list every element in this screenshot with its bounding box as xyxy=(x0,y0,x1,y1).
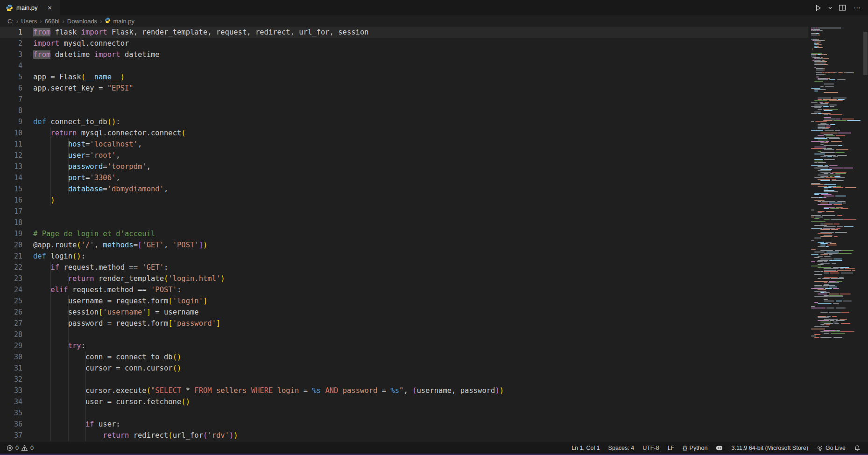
line-number[interactable]: 30 xyxy=(0,351,22,363)
code-editor[interactable]: 1from flask import Flask, render_templat… xyxy=(0,27,808,442)
code-line[interactable]: 10 return mysql.connector.connect( xyxy=(0,127,808,139)
line-number[interactable]: 3 xyxy=(0,49,22,60)
code-line[interactable]: 30 conn = connect_to_db() xyxy=(0,351,808,363)
minimap-line xyxy=(811,47,861,48)
line-number[interactable]: 7 xyxy=(0,94,22,105)
line-number[interactable]: 1 xyxy=(0,27,22,38)
line-number[interactable]: 4 xyxy=(0,60,22,71)
status-encoding[interactable]: UTF-8 xyxy=(640,443,662,453)
code-line[interactable]: 6app.secret_key = "EPSI" xyxy=(0,83,808,94)
code-line[interactable]: 4 xyxy=(0,60,808,71)
scrollbar[interactable] xyxy=(863,27,868,442)
code-line[interactable]: 32 xyxy=(0,374,808,385)
run-button[interactable] xyxy=(812,2,824,14)
code-line[interactable]: 35 xyxy=(0,407,808,419)
line-number[interactable]: 5 xyxy=(0,71,22,83)
line-number[interactable]: 37 xyxy=(0,430,22,441)
line-number[interactable]: 16 xyxy=(0,195,22,206)
line-number[interactable]: 24 xyxy=(0,284,22,295)
code-line[interactable]: 29 try: xyxy=(0,340,808,351)
status-cursor-position[interactable]: Ln 1, Col 1 xyxy=(569,443,602,453)
breadcrumb-item-c[interactable]: C: xyxy=(7,18,14,25)
code-line[interactable]: 23 return render_template('login.html') xyxy=(0,273,808,284)
line-number[interactable]: 9 xyxy=(0,116,22,127)
code-line[interactable]: 3from datetime import datetime xyxy=(0,49,808,60)
code-line[interactable]: 2import mysql.connector xyxy=(0,38,808,49)
line-number[interactable]: 17 xyxy=(0,206,22,217)
line-number[interactable]: 15 xyxy=(0,183,22,195)
status-python-version[interactable]: 3.11.9 64-bit (Microsoft Store) xyxy=(728,443,811,453)
line-number[interactable]: 20 xyxy=(0,239,22,251)
line-number[interactable]: 26 xyxy=(0,307,22,318)
code-line[interactable]: 20@app.route('/', methods=['GET', 'POST'… xyxy=(0,239,808,251)
line-number[interactable]: 11 xyxy=(0,139,22,150)
code-line[interactable]: 1from flask import Flask, render_templat… xyxy=(0,27,808,38)
status-copilot[interactable] xyxy=(713,443,726,453)
code-line[interactable]: 31 cursor = conn.cursor() xyxy=(0,363,808,374)
more-actions-icon[interactable]: ⋯ xyxy=(851,2,863,14)
code-line[interactable]: 7 xyxy=(0,94,808,105)
code-line[interactable]: 37 return redirect(url_for('rdv')) xyxy=(0,430,808,441)
scrollbar-thumb[interactable] xyxy=(863,32,868,75)
line-number[interactable]: 35 xyxy=(0,407,22,419)
code-line[interactable]: 27 password = request.form['password'] xyxy=(0,318,808,329)
status-indentation[interactable]: Spaces: 4 xyxy=(606,443,637,453)
code-line[interactable]: 8 xyxy=(0,105,808,116)
code-line[interactable]: 26 session['username'] = username xyxy=(0,307,808,318)
code-line[interactable]: 12 user='root', xyxy=(0,150,808,161)
code-line[interactable]: 28 xyxy=(0,329,808,340)
code-line[interactable]: 18 xyxy=(0,217,808,228)
breadcrumb-item-mainpy[interactable]: main.py xyxy=(105,17,134,25)
line-number[interactable]: 14 xyxy=(0,172,22,183)
line-number[interactable]: 22 xyxy=(0,262,22,273)
code-line[interactable]: 9def connect_to_db(): xyxy=(0,116,808,127)
code-line[interactable]: 16 ) xyxy=(0,195,808,206)
line-number[interactable]: 12 xyxy=(0,150,22,161)
line-number[interactable]: 36 xyxy=(0,419,22,430)
line-number[interactable]: 27 xyxy=(0,318,22,329)
code-line[interactable]: 36 if user: xyxy=(0,419,808,430)
line-number[interactable]: 19 xyxy=(0,228,22,239)
line-number[interactable]: 8 xyxy=(0,105,22,116)
status-notifications[interactable] xyxy=(851,443,863,453)
code-line[interactable]: 22 if request.method == 'GET': xyxy=(0,262,808,273)
code-line[interactable]: 21def login(): xyxy=(0,251,808,262)
code-line[interactable]: 33 cursor.execute("SELECT * FROM sellers… xyxy=(0,385,808,396)
line-number[interactable]: 13 xyxy=(0,161,22,172)
status-eol[interactable]: LF xyxy=(665,443,677,453)
line-number[interactable]: 31 xyxy=(0,363,22,374)
code-line[interactable]: 34 user = cursor.fetchone() xyxy=(0,396,808,407)
status-go-live[interactable]: Go Live xyxy=(814,443,848,453)
close-icon[interactable]: ✕ xyxy=(46,4,54,12)
line-number[interactable]: 28 xyxy=(0,329,22,340)
code-line[interactable]: 24 elif request.method == 'POST': xyxy=(0,284,808,295)
tab-main-py[interactable]: main.py ✕ xyxy=(0,0,60,15)
code-line[interactable]: 25 username = request.form['login'] xyxy=(0,295,808,307)
line-number[interactable]: 29 xyxy=(0,340,22,351)
code-line[interactable]: 11 host='localhost', xyxy=(0,139,808,150)
line-number[interactable]: 2 xyxy=(0,38,22,49)
code-line[interactable]: 5app = Flask(__name__) xyxy=(0,71,808,83)
line-number[interactable]: 23 xyxy=(0,273,22,284)
line-number[interactable]: 25 xyxy=(0,295,22,307)
line-number[interactable]: 32 xyxy=(0,374,22,385)
breadcrumb-item-downloads[interactable]: Downloads xyxy=(67,18,97,25)
minimap[interactable] xyxy=(808,27,863,442)
breadcrumb-item-users[interactable]: Users xyxy=(21,18,37,25)
breadcrumb-item-666bl[interactable]: 666bl xyxy=(45,18,60,25)
code-line[interactable]: 17 xyxy=(0,206,808,217)
status-language[interactable]: {}Python xyxy=(680,443,710,453)
code-line[interactable]: 13 password='toorpdm', xyxy=(0,161,808,172)
code-line[interactable]: 15 database='dbmydiamond', xyxy=(0,183,808,195)
line-number[interactable]: 10 xyxy=(0,127,22,139)
line-number[interactable]: 34 xyxy=(0,396,22,407)
line-number[interactable]: 18 xyxy=(0,217,22,228)
line-number[interactable]: 21 xyxy=(0,251,22,262)
code-line[interactable]: 19# Page de login et d’acceuil xyxy=(0,228,808,239)
code-line[interactable]: 14 port='3306', xyxy=(0,172,808,183)
line-number[interactable]: 33 xyxy=(0,385,22,396)
status-problems[interactable]: 0 0 xyxy=(4,443,36,453)
split-editor-icon[interactable] xyxy=(836,2,848,14)
line-number[interactable]: 6 xyxy=(0,83,22,94)
run-dropdown-chevron-icon[interactable] xyxy=(827,2,833,14)
